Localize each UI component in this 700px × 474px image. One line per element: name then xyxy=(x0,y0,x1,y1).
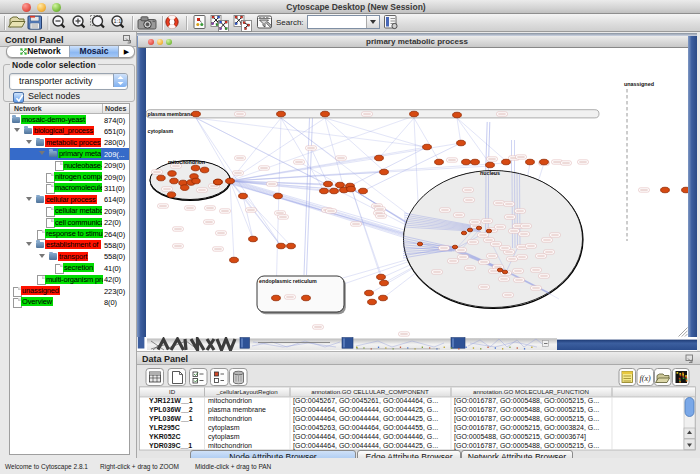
svg-text:cytoplasm: cytoplasm xyxy=(208,433,240,441)
svg-text:[GO:0016787, GO:0005215, GO:00: [GO:0016787, GO:0005215, GO:0003824, G..… xyxy=(454,424,599,432)
svg-text:YKR052C: YKR052C xyxy=(149,433,181,440)
svg-text:mitochondrion: mitochondrion xyxy=(208,397,252,404)
svg-text:endoplasmic reticulum: endoplasmic reticulum xyxy=(259,278,317,284)
svg-text:[GO:0005488, GO:0005215, GO:00: [GO:0005488, GO:0005215, GO:0003674] xyxy=(454,433,586,441)
svg-text:YPL036W__2: YPL036W__2 xyxy=(149,406,193,413)
svg-text:f(x): f(x) xyxy=(640,374,651,383)
svg-text:ID: ID xyxy=(169,388,176,395)
svg-text:[GO:0044464, GO:0044444, GO:00: [GO:0044464, GO:0044444, GO:0044425, G..… xyxy=(293,406,438,414)
svg-text:annotation.GO CELLULAR_COMPONE: annotation.GO CELLULAR_COMPONENT xyxy=(311,388,429,395)
svg-text:YDR039C__1: YDR039C__1 xyxy=(149,442,192,449)
svg-text:cytoplasm: cytoplasm xyxy=(208,424,240,432)
svg-text:YLR295C: YLR295C xyxy=(149,424,180,431)
svg-text:plasma membrane: plasma membrane xyxy=(208,406,266,414)
svg-text:[GO:0044464, GO:0044444, GO:00: [GO:0044464, GO:0044444, GO:0044425, G..… xyxy=(293,442,438,450)
svg-text:cytoplasm: cytoplasm xyxy=(148,128,174,134)
svg-text:[GO:0045263, GO:0044464, GO:00: [GO:0045263, GO:0044464, GO:0044455, G..… xyxy=(293,424,438,432)
svg-text:mitochondrion: mitochondrion xyxy=(168,159,205,165)
svg-text:annotation.GO MOLECULAR_FUNCTI: annotation.GO MOLECULAR_FUNCTION xyxy=(473,388,589,395)
svg-text:nucleus: nucleus xyxy=(480,170,500,176)
svg-text:[GO:0016787, GO:0005488, GO:00: [GO:0016787, GO:0005488, GO:0005215, G..… xyxy=(454,415,599,423)
svg-text:_cellularLayoutRegion: _cellularLayoutRegion xyxy=(215,388,278,395)
svg-text:YPL036W__1: YPL036W__1 xyxy=(149,415,193,422)
svg-text:plasma membrane: plasma membrane xyxy=(148,111,194,117)
svg-text:[GO:0016787, GO:0005488, GO:00: [GO:0016787, GO:0005488, GO:0005215, G..… xyxy=(454,406,599,414)
svg-text:mitochondrion: mitochondrion xyxy=(208,442,252,449)
svg-text:[GO:0016787, GO:0005488, GO:00: [GO:0016787, GO:0005488, GO:0005215, G..… xyxy=(454,442,599,450)
svg-text:1:1: 1:1 xyxy=(114,18,122,24)
svg-text:YJR121W__1: YJR121W__1 xyxy=(149,397,193,404)
svg-text:[GO:0044464, GO:0044444, GO:00: [GO:0044464, GO:0044444, GO:0044425, G..… xyxy=(293,415,438,423)
svg-text:[GO:0044464, GO:0044444, GO:00: [GO:0044464, GO:0044444, GO:0044446, G..… xyxy=(293,433,438,441)
svg-text:mitochondrion: mitochondrion xyxy=(208,415,252,422)
svg-text:unassigned: unassigned xyxy=(624,81,654,87)
svg-text:[GO:0045267, GO:0045261, GO:00: [GO:0045267, GO:0045261, GO:0044464, G..… xyxy=(293,397,438,405)
svg-text:[GO:0016787, GO:0005488, GO:00: [GO:0016787, GO:0005488, GO:0005215, G..… xyxy=(454,397,599,405)
